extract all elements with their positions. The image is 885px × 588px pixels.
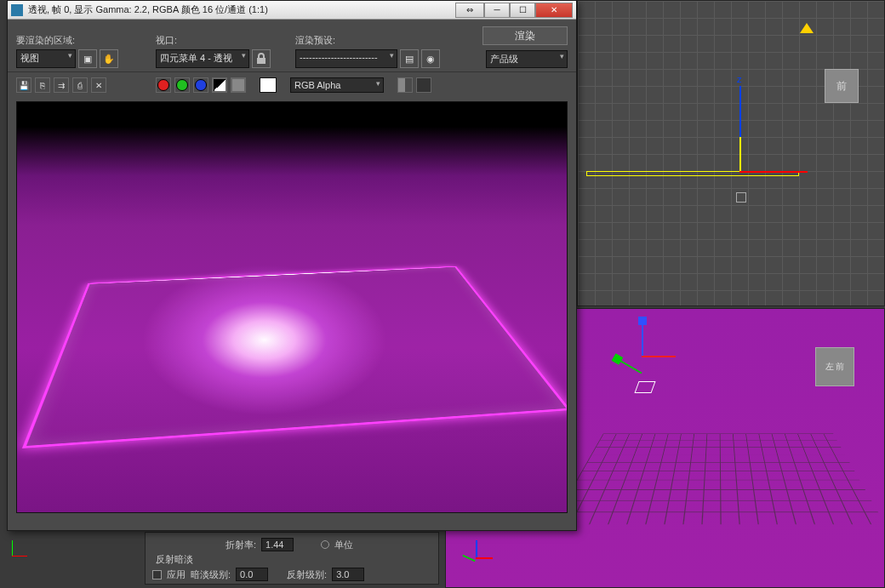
bg-color-swatch[interactable]: [260, 77, 277, 93]
refl-level-label: 反射级别:: [287, 568, 327, 581]
render-mode-dropdown[interactable]: 产品级: [486, 50, 568, 68]
mono-icon: [231, 78, 245, 92]
region-label: 要渲染的区域:: [16, 34, 152, 47]
save-icon[interactable]: 💾: [16, 77, 31, 93]
layout-single-icon[interactable]: [416, 77, 431, 93]
app-icon: [11, 4, 23, 16]
preset-load-icon[interactable]: ▤: [400, 49, 419, 68]
copy-icon[interactable]: ⎘: [35, 77, 50, 93]
print-icon[interactable]: ⎙: [72, 77, 88, 93]
apply-checkbox[interactable]: [152, 570, 162, 579]
axis-x-icon: [739, 171, 808, 173]
close-button[interactable]: ✕: [535, 3, 573, 18]
dim-level-label: 暗淡级别:: [191, 568, 231, 581]
dim-level-spinner[interactable]: 0.0: [236, 568, 268, 581]
preset-label: 渲染预设:: [295, 34, 457, 47]
ior-spinner[interactable]: 1.44: [261, 538, 294, 551]
render-button[interactable]: 渲染: [482, 26, 568, 45]
gizmo-z-icon: [642, 322, 643, 356]
floor-grid: [551, 433, 885, 524]
image-toolbar: 💾 ⎘ ⇉ ⎙ ✕ RGB Alpha: [8, 71, 576, 98]
viewport-grid: [578, 1, 884, 305]
top-viewport[interactable]: 前: [577, 0, 885, 306]
region-hand-icon[interactable]: ✋: [100, 49, 118, 68]
axis-y-icon: [739, 137, 741, 171]
gizmo-x-icon: [642, 356, 676, 357]
channel-dropdown[interactable]: RGB Alpha: [290, 77, 384, 93]
viewcube-icon[interactable]: 前: [825, 69, 859, 103]
window-title: 透视, 帧 0, 显示 Gamma: 2.2, RGBA 颜色 16 位/通道 …: [28, 3, 455, 16]
channel-green-toggle[interactable]: [174, 77, 190, 93]
lock-icon[interactable]: [252, 49, 271, 68]
axis-z-icon: [739, 86, 741, 137]
titlebar[interactable]: 透视, 帧 0, 显示 Gamma: 2.2, RGBA 颜色 16 位/通道 …: [8, 1, 576, 20]
channel-alpha-toggle[interactable]: [212, 77, 227, 93]
rendered-glass-object: [22, 266, 568, 448]
ior-label: 折射率:: [226, 539, 256, 551]
clone-icon[interactable]: ⇉: [54, 77, 69, 93]
render-output-view[interactable]: [16, 101, 568, 513]
gizmo-object-icon: [634, 381, 655, 393]
red-dot-icon: [157, 79, 169, 91]
preset-dropdown[interactable]: -------------------------: [295, 49, 397, 68]
drag-handle-icon[interactable]: ⇔: [455, 3, 484, 18]
blue-dot-icon: [195, 79, 207, 91]
world-axes-icon: [459, 540, 493, 574]
viewcube-label: 前: [836, 79, 847, 94]
render-frame-window: 透视, 帧 0, 显示 Gamma: 2.2, RGBA 颜色 16 位/通道 …: [7, 0, 577, 531]
unit-radio[interactable]: [321, 540, 329, 549]
gizmo-y-icon: [620, 360, 642, 374]
apply-label: 应用: [167, 568, 186, 581]
refl-level-spinner[interactable]: 3.0: [332, 568, 364, 581]
preset-settings-icon[interactable]: ◉: [421, 49, 440, 68]
region-edit-icon[interactable]: ▣: [78, 49, 97, 68]
minimize-button[interactable]: ─: [484, 3, 510, 18]
layout-split-icon[interactable]: [397, 77, 413, 93]
channel-mono-toggle[interactable]: [231, 77, 246, 93]
render-toolbar: 要渲染的区域: 视图 ▣ ✋ 视口: 四元菜单 4 - 透视 渲染预设: ---…: [8, 20, 576, 71]
region-dropdown[interactable]: 视图: [16, 49, 76, 68]
viewcube-icon[interactable]: 左 前: [815, 347, 854, 386]
camera-marker-icon: [800, 23, 814, 33]
green-dot-icon: [176, 79, 188, 91]
reflect-dim-label: 反射暗淡: [156, 553, 193, 566]
alpha-icon: [213, 78, 226, 92]
viewport-label: 视口:: [156, 34, 292, 47]
channel-blue-toggle[interactable]: [193, 77, 208, 93]
viewport-dropdown[interactable]: 四元菜单 4 - 透视: [156, 49, 249, 68]
clear-icon[interactable]: ✕: [91, 77, 106, 93]
unit-label: 单位: [334, 539, 353, 551]
corner-axes-icon: [7, 540, 41, 574]
bottom-toolbar: 折射率: 1.44 单位 反射暗淡 应用 暗淡级别: 0.0 反射级别: 3.0: [0, 528, 442, 588]
viewcube-label: 左 前: [825, 361, 845, 373]
channel-red-toggle[interactable]: [156, 77, 171, 93]
maximize-button[interactable]: ☐: [510, 3, 535, 18]
gizmo-center-icon[interactable]: [736, 192, 746, 203]
lock-svg-icon: [254, 52, 268, 66]
